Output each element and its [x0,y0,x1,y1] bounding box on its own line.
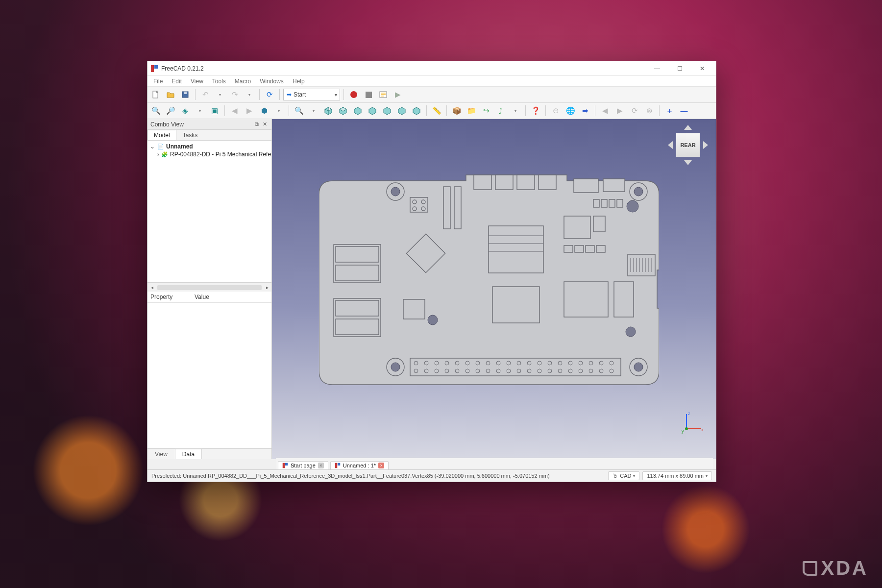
svg-rect-49 [596,245,605,252]
redo-dropdown-icon[interactable]: ▾ [243,88,256,101]
view-bottom-icon[interactable] [395,104,408,117]
scroll-thumb[interactable] [157,285,262,290]
view-rear-icon[interactable] [381,104,393,117]
fit-all-icon[interactable]: 🔍 [149,104,162,117]
group-icon[interactable]: 📁 [465,104,478,117]
zoom-sync-dropdown-icon[interactable]: ▾ [307,104,320,117]
web-home-icon[interactable]: 🌐 [564,104,577,117]
tree-hscrollbar[interactable]: ◂ ▸ [147,283,271,292]
navcube-down-icon[interactable] [684,160,692,165]
nav-style-selector[interactable]: 🖱 CAD ▾ [608,471,639,480]
tab-view[interactable]: View [147,449,175,459]
part-make-icon[interactable]: 📦 [450,104,463,117]
link-make-icon[interactable]: ↪ [480,104,492,117]
view-left-icon[interactable] [410,104,423,117]
close-button[interactable]: ✕ [691,62,713,75]
panel-close-icon[interactable]: ✕ [261,121,269,128]
3d-viewport[interactable]: REAR z x y .s{fill:#c8c9cd;stroke:#6a6b7… [272,119,716,459]
expand-toggle-icon[interactable]: ⌄ [149,143,155,150]
titlebar[interactable]: FreeCAD 0.21.2 — ☐ ✕ [147,61,716,76]
desktop-wallpaper: FreeCAD 0.21.2 — ☐ ✕ File Edit View Tool… [0,0,882,588]
combo-view-header[interactable]: Combo View ⧉ ✕ [147,119,271,130]
tab-unnamed-doc[interactable]: Unnamed : 1* × [330,461,389,469]
isometric-dropdown-icon[interactable]: ▾ [272,104,285,117]
navcube-left-icon[interactable] [668,141,673,149]
tab-close-icon[interactable]: × [318,463,324,468]
nav-back-icon[interactable]: ◀ [228,104,241,117]
redo-icon[interactable]: ↷ [228,88,241,101]
sel-back-icon[interactable]: ◀ [599,104,612,117]
dimensions-readout[interactable]: 113.74 mm x 89.00 mm ▾ [642,471,712,480]
view-iso-icon[interactable] [322,104,335,117]
scroll-left-icon[interactable]: ◂ [147,285,156,290]
svg-rect-34 [601,199,607,207]
view-right-icon[interactable] [366,104,379,117]
view-front-icon[interactable] [337,104,349,117]
sel-forward-icon[interactable]: ▶ [613,104,626,117]
draw-style-dropdown-icon[interactable]: ▾ [194,104,206,117]
tab-data[interactable]: Data [175,449,202,459]
menu-help[interactable]: Help [289,77,309,86]
svg-point-76 [435,369,439,373]
menu-tools[interactable]: Tools [208,77,230,86]
nav-forward-icon[interactable]: ▶ [243,104,256,117]
bounding-box-icon[interactable]: ▣ [208,104,221,117]
maximize-button[interactable]: ☐ [669,62,690,75]
web-next-icon[interactable]: ➡ [579,104,591,117]
expand-toggle-icon[interactable]: › [157,151,159,158]
view-top-icon[interactable] [351,104,364,117]
scroll-right-icon[interactable]: ▸ [263,285,271,290]
property-panel: Property Value [147,292,271,448]
model-tree[interactable]: ⌄ 📄 Unnamed › 🧩 RP-004882-DD - Pi 5 Mech… [147,141,271,283]
workbench-selector[interactable]: ➡Start [283,89,340,100]
tab-tasks[interactable]: Tasks [176,130,204,140]
sel-refresh-icon[interactable]: ⟳ [628,104,641,117]
navcube-face[interactable]: REAR [676,133,700,157]
menu-view[interactable]: View [187,77,207,86]
panel-float-icon[interactable]: ⧉ [253,121,261,128]
svg-point-100 [558,369,562,373]
new-file-icon[interactable] [149,88,162,101]
macro-record-icon[interactable] [347,88,360,101]
minimize-button[interactable]: — [646,62,668,75]
draw-style-icon[interactable]: ◈ [179,104,192,117]
svg-point-90 [507,369,511,373]
svg-rect-51 [614,282,634,317]
tree-child-row[interactable]: › 🧩 RP-004882-DD - Pi 5 Mechanical Refe [148,150,270,158]
navigation-cube[interactable]: REAR [667,124,709,166]
fit-selection-icon[interactable]: 🔎 [164,104,177,117]
save-file-icon[interactable] [179,88,192,101]
link-actions-icon[interactable]: ⤴ [494,104,507,117]
undo-dropdown-icon[interactable]: ▾ [214,88,226,101]
menu-windows[interactable]: Windows [256,77,288,86]
menu-file[interactable]: File [149,77,167,86]
tab-start-page[interactable]: Start page × [278,461,328,469]
sel-cancel-icon[interactable]: ⊗ [643,104,656,117]
pcb-model[interactable]: .s{fill:#c8c9cd;stroke:#6a6b72;stroke-wi… [319,172,659,393]
svg-point-92 [517,369,521,373]
navcube-up-icon[interactable] [684,125,692,130]
macro-stop-icon[interactable] [362,88,375,101]
whatsthis-icon[interactable]: ❓ [529,104,542,117]
measure-icon[interactable]: 📏 [430,104,443,117]
open-file-icon[interactable] [164,88,177,101]
web-stop-icon[interactable]: ⊖ [549,104,562,117]
tab-model[interactable]: Model [147,130,176,140]
tree-root-row[interactable]: ⌄ 📄 Unnamed [148,143,270,150]
tab-close-icon[interactable]: × [378,463,384,468]
zoom-out-icon[interactable]: — [678,104,690,117]
zoom-sync-icon[interactable]: 🔍 [293,104,305,117]
link-actions-dropdown-icon[interactable]: ▾ [509,104,522,117]
navcube-right-icon[interactable] [703,141,708,149]
svg-point-88 [496,369,500,373]
refresh-icon[interactable]: ⟳ [263,88,276,101]
macro-run-icon[interactable]: ▶ [392,88,404,101]
undo-icon[interactable]: ↶ [199,88,212,101]
svg-point-27 [413,200,416,204]
menu-macro[interactable]: Macro [231,77,255,86]
macro-list-icon[interactable] [377,88,390,101]
zoom-in-icon[interactable]: ＋ [663,104,676,117]
menu-edit[interactable]: Edit [168,77,186,86]
svg-point-95 [538,361,541,365]
isometric-icon[interactable]: ⬢ [258,104,270,117]
